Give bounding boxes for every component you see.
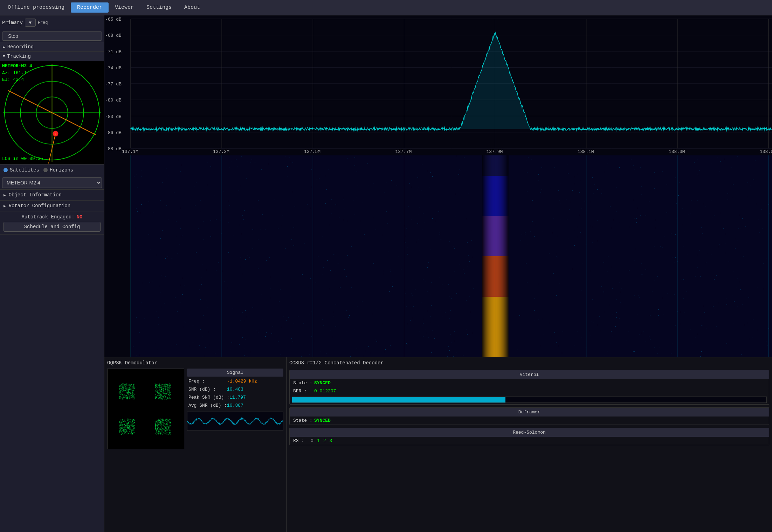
snr-label: SNR (dB) : — [188, 387, 227, 392]
stop-section: Stop — [0, 30, 104, 42]
satellite-select-row: METEOR-M2 4 — [0, 176, 104, 190]
rs-val-2: 2 — [323, 438, 326, 443]
tracking-section-header[interactable]: ▼ Tracking — [0, 52, 104, 61]
menu-offline-processing[interactable]: Offline processing — [1, 2, 71, 13]
avg-snr-value: 10.887 — [227, 403, 243, 408]
rs-section: Reed-Solomon RS : 0 1 2 3 — [289, 428, 769, 445]
deframer-state-value: SYNCED — [314, 418, 331, 423]
viterbi-state-row: State : SYNCED — [290, 379, 769, 387]
peak-snr-value: 11.797 — [229, 395, 246, 400]
viterbi-progress-bar — [292, 397, 767, 403]
deframer-state-row: State : SYNCED — [290, 416, 769, 425]
deframer-section: Deframer State : SYNCED — [289, 407, 769, 425]
oqpsk-panel: OQPSK Demodulator Signal Freq : -1.0429 … — [104, 357, 287, 532]
signal-panel: Signal Freq : -1.0429 kHz SNR (dB) : 10.… — [187, 369, 283, 529]
snr-row: SNR (dB) : 10.483 — [187, 386, 283, 393]
tracking-label: Tracking — [7, 54, 31, 59]
horizons-tab[interactable]: Horizons — [43, 167, 73, 173]
sidebar: Primary ▼ Freq Stop ▶ Recording ▼ Tracki… — [0, 15, 104, 532]
avg-snr-label: Avg SNR (dB) : — [188, 403, 227, 408]
ccsds-panel: CCSDS r=1/2 Concatenated Decoder Viterbi… — [287, 357, 772, 532]
autotrack-row: Autotrack Engaged: NO Schedule and Confi… — [0, 211, 104, 235]
horizons-label: Horizons — [50, 167, 73, 173]
satellites-label: Satellites — [10, 167, 39, 173]
oqpsk-title: OQPSK Demodulator — [107, 360, 283, 366]
rs-values-row: RS : 0 1 2 3 — [290, 437, 769, 445]
object-info-label: Object Information — [9, 192, 62, 198]
rotator-section[interactable]: ▶ Rotator Configuration — [0, 201, 104, 211]
horizons-dot — [43, 168, 48, 172]
freq-row: Freq : -1.0429 kHz — [187, 378, 283, 385]
demod-area: OQPSK Demodulator Signal Freq : -1.0429 … — [104, 357, 772, 532]
snr-value: 10.483 — [227, 387, 243, 392]
freq-value: -1.0429 kHz — [227, 379, 257, 384]
constellation-plot — [107, 369, 184, 449]
viterbi-title: Viterbi — [290, 370, 769, 379]
menu-viewer[interactable]: Viewer — [109, 2, 140, 13]
recording-section-header[interactable]: ▶ Recording — [0, 42, 104, 52]
schedule-button[interactable]: Schedule and Config — [4, 222, 101, 232]
viterbi-progress-fill — [292, 397, 505, 402]
autotrack-line: Autotrack Engaged: NO — [4, 214, 101, 220]
right-area: OQPSK Demodulator Signal Freq : -1.0429 … — [104, 15, 772, 532]
radar-canvas — [0, 61, 104, 164]
rs-val-3: 3 — [329, 438, 332, 443]
tracking-arrow: ▼ — [3, 54, 5, 58]
menu-settings[interactable]: Settings — [140, 2, 178, 13]
deframer-state-label: State : — [293, 418, 314, 423]
rs-val-1: 1 — [317, 438, 320, 443]
freq-label-s: Freq : — [188, 379, 227, 384]
satellite-dropdown[interactable]: METEOR-M2 4 — [2, 177, 102, 188]
constellation-canvas — [108, 369, 184, 449]
menu-about[interactable]: About — [178, 2, 206, 13]
ber-value: 0.012207 — [314, 388, 336, 394]
signal-title: Signal — [187, 369, 283, 377]
satellites-tab[interactable]: Satellites — [4, 167, 39, 173]
rs-label: RS : — [293, 438, 307, 443]
sat-horizon-row: Satellites Horizons — [0, 164, 104, 176]
satellites-dot — [4, 168, 8, 172]
primary-dropdown[interactable]: ▼ — [25, 19, 36, 27]
recording-arrow: ▶ — [3, 45, 5, 49]
primary-label: Primary — [2, 20, 23, 26]
avg-snr-row: Avg SNR (dB) : 10.887 — [187, 402, 283, 409]
object-info-arrow: ▶ — [4, 193, 6, 197]
peak-snr-label: Peak SNR (dB) : — [188, 395, 229, 400]
waveform-area — [187, 412, 283, 431]
ccsds-title: CCSDS r=1/2 Concatenated Decoder — [289, 360, 769, 366]
viterbi-section: Viterbi State : SYNCED BER : 0.012207 — [289, 370, 769, 405]
autotrack-label: Autotrack Engaged: — [21, 214, 74, 220]
recording-label: Recording — [7, 44, 34, 50]
viterbi-state-value: SYNCED — [314, 380, 331, 386]
stop-button[interactable]: Stop — [2, 31, 102, 41]
spectrum-canvas — [104, 15, 772, 357]
rs-title: Reed-Solomon — [290, 428, 769, 437]
autotrack-status: NO — [77, 214, 83, 220]
oqpsk-content: Signal Freq : -1.0429 kHz SNR (dB) : 10.… — [107, 369, 283, 529]
freq-label: Freq — [38, 20, 48, 25]
rotator-label: Rotator Configuration — [9, 203, 70, 209]
sidebar-top-row: Primary ▼ Freq — [0, 15, 104, 30]
main-layout: Primary ▼ Freq Stop ▶ Recording ▼ Tracki… — [0, 15, 772, 532]
object-info-section[interactable]: ▶ Object Information — [0, 190, 104, 201]
rs-val-0: 0 — [311, 438, 313, 443]
viterbi-state-label: State : — [293, 380, 314, 386]
ber-label: BER : — [293, 388, 314, 394]
menu-recorder[interactable]: Recorder — [71, 2, 109, 13]
ber-row: BER : 0.012207 — [290, 387, 769, 395]
radar-container: METEOR-M2 4 Az: 161.1 El: 43.4 LOS in 00… — [0, 61, 104, 164]
peak-snr-row: Peak SNR (dB) : 11.797 — [187, 394, 283, 401]
waveform-canvas — [187, 412, 283, 430]
menu-bar: Offline processing Recorder Viewer Setti… — [0, 0, 772, 15]
spectrum-area — [104, 15, 772, 357]
rotator-arrow: ▶ — [4, 204, 6, 208]
deframer-title: Deframer — [290, 408, 769, 416]
